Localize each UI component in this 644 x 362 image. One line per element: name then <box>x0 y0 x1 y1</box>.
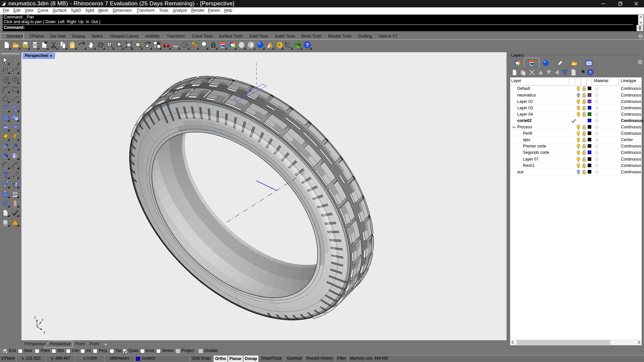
svg-text:z: z <box>34 315 36 319</box>
svg-text:y: y <box>41 317 44 322</box>
svg-text:x: x <box>43 330 46 335</box>
svg-text:?: ? <box>589 70 591 75</box>
svg-text:?: ? <box>588 62 590 65</box>
svg-text:?: ? <box>306 42 309 48</box>
